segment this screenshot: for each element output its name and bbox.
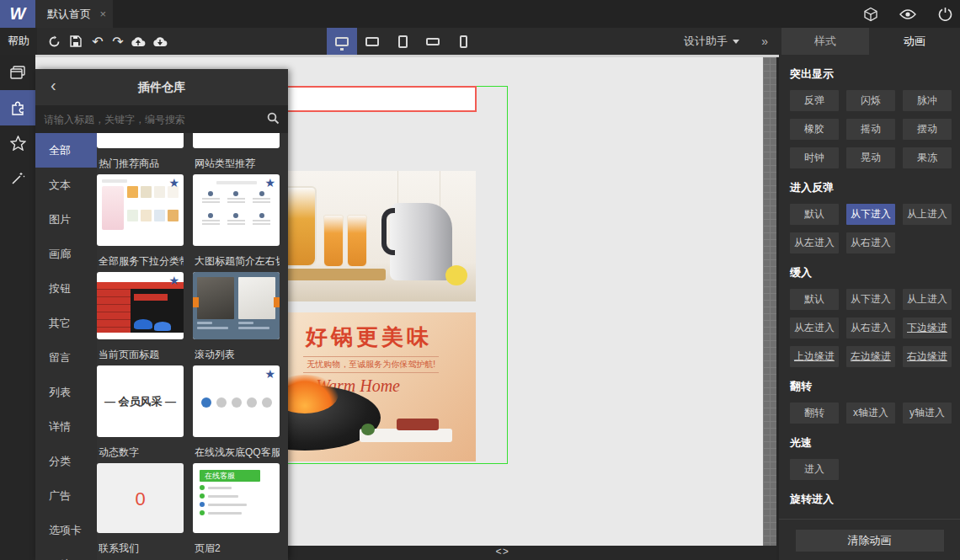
section-heading: 旋转进入 <box>790 492 960 507</box>
category-item[interactable]: 分类 <box>35 444 97 478</box>
plugin-card-partial[interactable] <box>97 133 184 148</box>
power-icon[interactable] <box>936 6 953 23</box>
plugin-card-label: 滚动列表 <box>195 348 280 362</box>
anim-button[interactable]: 翻转 <box>790 403 839 424</box>
category-item[interactable]: 其它 <box>35 306 97 340</box>
code-view-icon[interactable]: <> <box>496 547 509 558</box>
app-logo: W <box>0 0 35 28</box>
cloud-upload-icon[interactable] <box>128 28 148 55</box>
sidebar-plugins-icon[interactable] <box>0 90 35 125</box>
anim-button[interactable]: 从右进入 <box>846 232 895 253</box>
category-item[interactable]: 全部 <box>35 133 97 168</box>
anim-button[interactable]: 时钟 <box>790 147 839 168</box>
anim-button[interactable]: 从上进入 <box>903 204 952 225</box>
kettle-shape <box>390 203 452 280</box>
anim-button[interactable]: 从左进入 <box>790 317 839 339</box>
plugin-card-label: 热门推荐商品 <box>99 157 184 171</box>
anim-button[interactable]: 左边缘进 <box>846 346 895 367</box>
sidebar-favorites-icon[interactable] <box>0 125 35 161</box>
category-item[interactable]: 图片 <box>35 202 97 237</box>
refresh-icon[interactable] <box>44 28 64 55</box>
redo-icon[interactable]: ↷ <box>108 28 128 55</box>
divider <box>779 519 960 520</box>
preview-3d-icon[interactable] <box>862 6 879 23</box>
category-item[interactable]: 文本 <box>35 168 97 202</box>
device-phone-portrait-icon[interactable] <box>448 28 478 55</box>
wok-banner-title: 好锅更美味 <box>306 323 432 352</box>
preview-eye-icon[interactable] <box>899 6 916 23</box>
clear-animation-button[interactable]: 清除动画 <box>796 530 944 552</box>
dynamic-number-preview: 0 <box>97 488 184 510</box>
anim-button[interactable]: 进入 <box>790 459 839 480</box>
category-item[interactable]: 列表 <box>35 375 97 409</box>
save-icon[interactable] <box>66 28 86 55</box>
plugin-card-partial[interactable] <box>193 133 280 148</box>
close-tab-icon[interactable]: × <box>99 0 106 28</box>
anim-button[interactable]: 晃动 <box>846 147 895 168</box>
page-tab[interactable]: 默认首页 × <box>35 0 113 28</box>
plugin-card-label: 动态数字 <box>99 445 184 460</box>
anim-button[interactable]: 反弹 <box>790 90 839 111</box>
plugin-card-hot-products[interactable]: ★ <box>97 174 184 246</box>
anim-button[interactable]: 摆动 <box>903 119 952 140</box>
cloud-download-icon[interactable] <box>150 28 170 55</box>
anim-button[interactable]: 从下进入 <box>846 289 895 310</box>
favorite-star-icon[interactable]: ★ <box>264 368 275 380</box>
design-assistant-dropdown[interactable]: 设计助手 <box>684 28 739 55</box>
plugin-card-label: 当前页面标题 <box>99 348 184 362</box>
category-item[interactable]: 画廊 <box>35 237 97 271</box>
device-phone-landscape-icon[interactable] <box>418 28 448 55</box>
plugin-search-input[interactable] <box>35 105 261 133</box>
device-tablet-portrait-icon[interactable] <box>387 28 418 55</box>
category-item[interactable]: 详情 <box>35 409 97 444</box>
undo-icon[interactable]: ↶ <box>88 28 108 55</box>
favorite-star-icon[interactable]: ★ <box>264 177 275 189</box>
plugin-card-scroll-list[interactable]: ★ <box>193 365 280 437</box>
category-item[interactable]: 选项卡 <box>35 513 97 547</box>
plugin-panel-header: ‹ 插件仓库 <box>35 69 288 105</box>
tab-style[interactable]: 样式 <box>781 28 869 55</box>
category-item[interactable]: 留言 <box>35 340 97 375</box>
tab-animation[interactable]: 动画 <box>869 28 960 55</box>
help-button[interactable]: 帮助 <box>0 28 37 55</box>
anim-button[interactable]: 下边缘进 <box>903 317 952 339</box>
anim-button[interactable]: 从右进入 <box>846 317 895 339</box>
plugin-card-label: 全部服务下拉分类带... <box>99 254 184 269</box>
device-desktop-icon[interactable] <box>327 28 357 55</box>
device-tablet-landscape-icon[interactable] <box>357 28 387 55</box>
anim-button[interactable]: 从左进入 <box>790 232 839 253</box>
search-icon[interactable] <box>267 112 280 128</box>
plugin-card-dynamic-number[interactable]: 0 <box>97 463 184 533</box>
anim-button[interactable]: 从上进入 <box>903 289 952 310</box>
plugin-card-big-image-switch[interactable] <box>193 272 280 339</box>
category-item[interactable]: 广告 <box>35 478 97 513</box>
animation-panel: 突出显示 反弹 闪烁 脉冲 橡胶 摇动 摆动 时钟 晃动 果冻 进入反弹 默认 … <box>779 55 960 560</box>
plugin-card-services-dropdown[interactable]: ★ <box>97 272 184 339</box>
sidebar-wand-icon[interactable] <box>0 161 35 196</box>
anim-button[interactable]: 果冻 <box>903 147 952 168</box>
anim-button[interactable]: x轴进入 <box>846 403 895 424</box>
collapse-panel-icon[interactable]: » <box>761 28 768 55</box>
canvas-vertical-scrollbar[interactable] <box>763 57 776 548</box>
anim-button[interactable]: 默认 <box>790 204 839 225</box>
plugin-card-label: 网站类型推荐 <box>195 157 280 171</box>
category-item[interactable]: 导航 <box>35 547 97 560</box>
sidebar-pages-icon[interactable] <box>0 55 35 90</box>
anim-button[interactable]: 右边缘进 <box>903 346 952 367</box>
kettle-handle-shape <box>381 208 395 255</box>
plugin-card-site-types[interactable]: ★ <box>193 174 280 246</box>
anim-button-selected[interactable]: 从下进入 <box>846 204 895 225</box>
anim-button[interactable]: y轴进入 <box>903 403 952 424</box>
plugin-card-page-title[interactable]: — 会员风采 — <box>97 365 184 437</box>
anim-button[interactable]: 上边缘进 <box>790 346 839 367</box>
anim-button[interactable]: 脉冲 <box>903 90 952 111</box>
anim-button[interactable]: 橡胶 <box>790 119 839 140</box>
anim-button[interactable]: 摇动 <box>846 119 895 140</box>
anim-button[interactable]: 闪烁 <box>846 90 895 111</box>
category-item[interactable]: 按钮 <box>35 271 97 306</box>
favorite-star-icon[interactable]: ★ <box>168 177 179 189</box>
plugin-card-qq-service[interactable]: 在线客服 <box>193 463 280 533</box>
favorite-star-icon[interactable]: ★ <box>168 275 179 286</box>
plugin-card-label: 大图标题简介左右切... <box>195 254 280 269</box>
anim-button[interactable]: 默认 <box>790 289 839 310</box>
